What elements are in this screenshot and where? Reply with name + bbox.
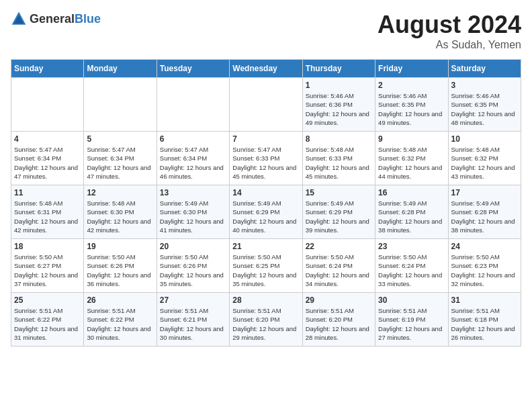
cell-week2-day5: 9Sunrise: 5:48 AMSunset: 6:32 PMDaylight… [375,132,448,185]
day-info: Sunrise: 5:48 AMSunset: 6:30 PMDaylight:… [87,199,153,234]
day-info: Sunrise: 5:48 AMSunset: 6:33 PMDaylight:… [306,145,372,181]
cell-week5-day2: 27Sunrise: 5:51 AMSunset: 6:21 PMDayligh… [157,293,229,347]
cell-week2-day2: 6Sunrise: 5:47 AMSunset: 6:34 PMDaylight… [157,132,229,185]
cell-week1-day5: 2Sunrise: 5:46 AMSunset: 6:35 PMDaylight… [375,78,448,132]
day-number: 4 [14,134,81,144]
cell-week4-day6: 24Sunrise: 5:50 AMSunset: 6:23 PMDayligh… [448,239,521,293]
day-number: 16 [378,188,445,197]
day-info: Sunrise: 5:47 AMSunset: 6:34 PMDaylight:… [87,145,153,181]
col-thursday: Thursday [302,60,375,78]
day-info: Sunrise: 5:51 AMSunset: 6:18 PMDaylight:… [451,306,518,342]
col-wednesday: Wednesday [230,60,302,78]
day-number: 2 [378,81,445,90]
day-number: 24 [451,242,518,251]
day-info: Sunrise: 5:50 AMSunset: 6:24 PMDaylight:… [306,253,372,288]
cell-week5-day4: 29Sunrise: 5:51 AMSunset: 6:20 PMDayligh… [302,293,375,347]
day-info: Sunrise: 5:46 AMSunset: 6:35 PMDaylight:… [451,91,518,127]
cell-week3-day2: 13Sunrise: 5:49 AMSunset: 6:30 PMDayligh… [157,185,229,239]
day-number: 28 [232,295,299,305]
cell-week1-day2 [157,78,229,132]
day-number: 14 [232,188,299,197]
day-number: 17 [451,188,518,197]
day-info: Sunrise: 5:50 AMSunset: 6:26 PMDaylight:… [160,253,226,288]
day-number: 10 [451,134,518,144]
cell-week5-day0: 25Sunrise: 5:51 AMSunset: 6:22 PMDayligh… [11,293,84,347]
day-info: Sunrise: 5:51 AMSunset: 6:20 PMDaylight:… [232,306,299,342]
cell-week1-day0 [11,78,84,132]
day-number: 7 [232,134,299,144]
week-row-3: 11Sunrise: 5:48 AMSunset: 6:31 PMDayligh… [11,185,521,239]
day-number: 12 [87,188,153,197]
day-info: Sunrise: 5:49 AMSunset: 6:30 PMDaylight:… [160,199,226,234]
generalblue-icon [11,11,27,27]
day-info: Sunrise: 5:49 AMSunset: 6:29 PMDaylight:… [306,199,372,234]
day-number: 13 [160,188,226,197]
cell-week3-day5: 16Sunrise: 5:49 AMSunset: 6:28 PMDayligh… [375,185,448,239]
day-info: Sunrise: 5:50 AMSunset: 6:27 PMDaylight:… [14,253,81,288]
day-info: Sunrise: 5:51 AMSunset: 6:22 PMDaylight:… [14,306,81,342]
day-info: Sunrise: 5:48 AMSunset: 6:31 PMDaylight:… [14,199,81,234]
logo-blue-text: Blue [75,12,101,26]
day-number: 20 [160,242,226,251]
cell-week3-day1: 12Sunrise: 5:48 AMSunset: 6:30 PMDayligh… [84,185,157,239]
day-info: Sunrise: 5:46 AMSunset: 6:35 PMDaylight:… [378,91,445,127]
col-sunday: Sunday [11,60,84,78]
cell-week1-day4: 1Sunrise: 5:46 AMSunset: 6:36 PMDaylight… [302,78,375,132]
day-info: Sunrise: 5:50 AMSunset: 6:26 PMDaylight:… [87,253,153,288]
day-info: Sunrise: 5:51 AMSunset: 6:21 PMDaylight:… [160,306,226,342]
title-block: August 2024 As Sudah, Yemen [378,11,521,51]
cell-week3-day6: 17Sunrise: 5:49 AMSunset: 6:28 PMDayligh… [448,185,521,239]
cell-week4-day3: 21Sunrise: 5:50 AMSunset: 6:25 PMDayligh… [230,239,302,293]
cell-week3-day4: 15Sunrise: 5:49 AMSunset: 6:29 PMDayligh… [302,185,375,239]
day-number: 5 [87,134,153,144]
day-number: 9 [378,134,445,144]
cell-week3-day3: 14Sunrise: 5:49 AMSunset: 6:29 PMDayligh… [230,185,302,239]
day-info: Sunrise: 5:51 AMSunset: 6:20 PMDaylight:… [306,306,372,342]
cell-week2-day0: 4Sunrise: 5:47 AMSunset: 6:34 PMDaylight… [11,132,84,185]
day-number: 26 [87,295,153,305]
day-info: Sunrise: 5:47 AMSunset: 6:34 PMDaylight:… [14,145,81,181]
day-info: Sunrise: 5:49 AMSunset: 6:28 PMDaylight:… [451,199,518,234]
day-info: Sunrise: 5:51 AMSunset: 6:22 PMDaylight:… [87,306,153,342]
calendar-location: As Sudah, Yemen [378,39,521,51]
day-number: 8 [306,134,372,144]
cell-week1-day3 [230,78,302,132]
logo: GeneralBlue [11,11,101,27]
day-info: Sunrise: 5:49 AMSunset: 6:28 PMDaylight:… [378,199,445,234]
day-number: 27 [160,295,226,305]
day-info: Sunrise: 5:48 AMSunset: 6:32 PMDaylight:… [378,145,445,181]
day-info: Sunrise: 5:49 AMSunset: 6:29 PMDaylight:… [232,199,299,234]
cell-week2-day1: 5Sunrise: 5:47 AMSunset: 6:34 PMDaylight… [84,132,157,185]
day-number: 30 [378,295,445,305]
day-info: Sunrise: 5:50 AMSunset: 6:24 PMDaylight:… [378,253,445,288]
logo-general-text: General [30,12,75,26]
day-number: 1 [306,81,372,90]
day-number: 22 [306,242,372,251]
day-info: Sunrise: 5:46 AMSunset: 6:36 PMDaylight:… [306,91,372,127]
cell-week4-day2: 20Sunrise: 5:50 AMSunset: 6:26 PMDayligh… [157,239,229,293]
day-info: Sunrise: 5:51 AMSunset: 6:19 PMDaylight:… [378,306,445,342]
day-info: Sunrise: 5:47 AMSunset: 6:33 PMDaylight:… [232,145,299,181]
day-number: 23 [378,242,445,251]
col-friday: Friday [375,60,448,78]
col-monday: Monday [84,60,157,78]
cell-week5-day1: 26Sunrise: 5:51 AMSunset: 6:22 PMDayligh… [84,293,157,347]
cell-week4-day0: 18Sunrise: 5:50 AMSunset: 6:27 PMDayligh… [11,239,84,293]
cell-week5-day5: 30Sunrise: 5:51 AMSunset: 6:19 PMDayligh… [375,293,448,347]
day-info: Sunrise: 5:47 AMSunset: 6:34 PMDaylight:… [160,145,226,181]
day-number: 31 [451,295,518,305]
cell-week2-day3: 7Sunrise: 5:47 AMSunset: 6:33 PMDaylight… [230,132,302,185]
day-info: Sunrise: 5:50 AMSunset: 6:25 PMDaylight:… [232,253,299,288]
calendar-header-row: Sunday Monday Tuesday Wednesday Thursday… [11,60,521,78]
col-tuesday: Tuesday [157,60,229,78]
week-row-1: 1Sunrise: 5:46 AMSunset: 6:36 PMDaylight… [11,78,521,132]
col-saturday: Saturday [448,60,521,78]
day-number: 3 [451,81,518,90]
day-number: 11 [14,188,81,197]
cell-week1-day6: 3Sunrise: 5:46 AMSunset: 6:35 PMDaylight… [448,78,521,132]
day-number: 6 [160,134,226,144]
cell-week5-day6: 31Sunrise: 5:51 AMSunset: 6:18 PMDayligh… [448,293,521,347]
cell-week3-day0: 11Sunrise: 5:48 AMSunset: 6:31 PMDayligh… [11,185,84,239]
cell-week4-day4: 22Sunrise: 5:50 AMSunset: 6:24 PMDayligh… [302,239,375,293]
cell-week2-day4: 8Sunrise: 5:48 AMSunset: 6:33 PMDaylight… [302,132,375,185]
